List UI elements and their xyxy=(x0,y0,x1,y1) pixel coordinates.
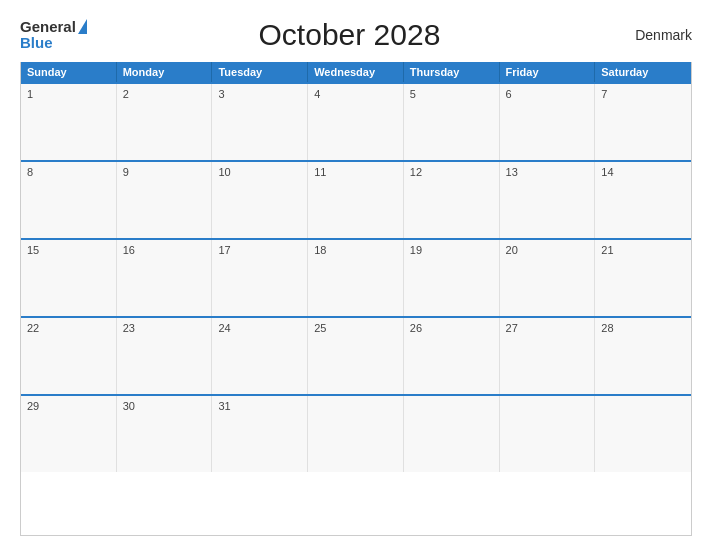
calendar-week-row: 293031 xyxy=(21,394,691,472)
calendar-day-cell xyxy=(404,396,500,472)
calendar-day-cell: 17 xyxy=(212,240,308,316)
calendar-header-cell: Tuesday xyxy=(212,62,308,82)
day-number: 16 xyxy=(123,244,206,256)
logo-blue-text: Blue xyxy=(20,35,87,52)
calendar-body: 1234567891011121314151617181920212223242… xyxy=(21,82,691,472)
calendar-day-cell: 3 xyxy=(212,84,308,160)
day-number: 5 xyxy=(410,88,493,100)
calendar-day-cell: 18 xyxy=(308,240,404,316)
calendar-week-row: 15161718192021 xyxy=(21,238,691,316)
day-number: 6 xyxy=(506,88,589,100)
day-number: 26 xyxy=(410,322,493,334)
day-number: 2 xyxy=(123,88,206,100)
calendar-week-row: 891011121314 xyxy=(21,160,691,238)
day-number: 1 xyxy=(27,88,110,100)
calendar-day-cell: 5 xyxy=(404,84,500,160)
calendar-header-cell: Saturday xyxy=(595,62,691,82)
calendar-day-cell: 25 xyxy=(308,318,404,394)
day-number: 15 xyxy=(27,244,110,256)
day-number: 20 xyxy=(506,244,589,256)
calendar-header-row: SundayMondayTuesdayWednesdayThursdayFrid… xyxy=(21,62,691,82)
calendar-day-cell: 7 xyxy=(595,84,691,160)
day-number: 10 xyxy=(218,166,301,178)
calendar-day-cell: 2 xyxy=(117,84,213,160)
logo-triangle-icon xyxy=(78,19,87,34)
day-number: 29 xyxy=(27,400,110,412)
calendar-day-cell: 8 xyxy=(21,162,117,238)
calendar-day-cell: 28 xyxy=(595,318,691,394)
calendar-day-cell: 26 xyxy=(404,318,500,394)
day-number: 9 xyxy=(123,166,206,178)
day-number: 24 xyxy=(218,322,301,334)
day-number: 4 xyxy=(314,88,397,100)
calendar-day-cell: 16 xyxy=(117,240,213,316)
calendar-day-cell: 9 xyxy=(117,162,213,238)
calendar-day-cell: 4 xyxy=(308,84,404,160)
day-number: 12 xyxy=(410,166,493,178)
calendar-day-cell: 23 xyxy=(117,318,213,394)
day-number: 27 xyxy=(506,322,589,334)
calendar-title: October 2028 xyxy=(87,18,612,52)
day-number: 22 xyxy=(27,322,110,334)
calendar-day-cell: 27 xyxy=(500,318,596,394)
calendar-week-row: 22232425262728 xyxy=(21,316,691,394)
day-number: 13 xyxy=(506,166,589,178)
header: General Blue October 2028 Denmark xyxy=(20,18,692,52)
calendar-day-cell: 14 xyxy=(595,162,691,238)
day-number: 14 xyxy=(601,166,685,178)
calendar-header-cell: Thursday xyxy=(404,62,500,82)
day-number: 25 xyxy=(314,322,397,334)
calendar-day-cell xyxy=(595,396,691,472)
calendar-header-cell: Friday xyxy=(500,62,596,82)
calendar-day-cell: 22 xyxy=(21,318,117,394)
calendar-day-cell: 1 xyxy=(21,84,117,160)
calendar-day-cell: 29 xyxy=(21,396,117,472)
calendar-day-cell: 13 xyxy=(500,162,596,238)
calendar-day-cell: 10 xyxy=(212,162,308,238)
calendar-day-cell xyxy=(500,396,596,472)
day-number: 31 xyxy=(218,400,301,412)
day-number: 3 xyxy=(218,88,301,100)
calendar-day-cell: 6 xyxy=(500,84,596,160)
calendar-header-cell: Monday xyxy=(117,62,213,82)
calendar: SundayMondayTuesdayWednesdayThursdayFrid… xyxy=(20,62,692,536)
day-number: 18 xyxy=(314,244,397,256)
calendar-header-cell: Wednesday xyxy=(308,62,404,82)
logo-general-text: General xyxy=(20,19,76,36)
day-number: 23 xyxy=(123,322,206,334)
calendar-week-row: 1234567 xyxy=(21,82,691,160)
calendar-day-cell: 31 xyxy=(212,396,308,472)
logo: General Blue xyxy=(20,19,87,52)
calendar-day-cell: 24 xyxy=(212,318,308,394)
country-label: Denmark xyxy=(612,27,692,43)
day-number: 28 xyxy=(601,322,685,334)
calendar-header-cell: Sunday xyxy=(21,62,117,82)
day-number: 8 xyxy=(27,166,110,178)
calendar-day-cell: 11 xyxy=(308,162,404,238)
day-number: 19 xyxy=(410,244,493,256)
day-number: 11 xyxy=(314,166,397,178)
calendar-day-cell: 30 xyxy=(117,396,213,472)
calendar-day-cell: 15 xyxy=(21,240,117,316)
day-number: 7 xyxy=(601,88,685,100)
day-number: 30 xyxy=(123,400,206,412)
calendar-day-cell xyxy=(308,396,404,472)
calendar-day-cell: 12 xyxy=(404,162,500,238)
calendar-day-cell: 21 xyxy=(595,240,691,316)
page: General Blue October 2028 Denmark Sunday… xyxy=(0,0,712,550)
calendar-day-cell: 20 xyxy=(500,240,596,316)
day-number: 21 xyxy=(601,244,685,256)
day-number: 17 xyxy=(218,244,301,256)
calendar-day-cell: 19 xyxy=(404,240,500,316)
